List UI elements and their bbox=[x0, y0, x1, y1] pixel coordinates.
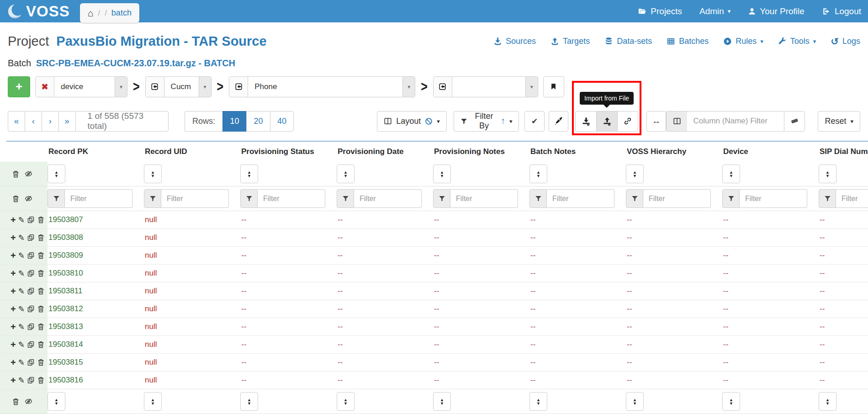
add-filter-button[interactable]: + bbox=[8, 76, 30, 97]
filter-funnel-button[interactable] bbox=[819, 189, 836, 208]
delete-icon[interactable] bbox=[37, 323, 45, 331]
eye-slash-icon[interactable] bbox=[24, 170, 33, 178]
edit-pencil-icon[interactable]: ✎ bbox=[18, 234, 25, 242]
add-row-icon[interactable]: + bbox=[11, 269, 16, 278]
eye-slash-icon[interactable] bbox=[24, 398, 33, 405]
edit-pencil-icon[interactable]: ✎ bbox=[18, 341, 25, 349]
prev-page-button[interactable]: ‹ bbox=[25, 111, 42, 132]
nav-admin[interactable]: Admin ▾ bbox=[699, 6, 730, 16]
sort-column-button[interactable]: ▲▼ bbox=[722, 392, 740, 411]
copy-icon[interactable] bbox=[27, 287, 35, 295]
filter-funnel-button[interactable] bbox=[240, 189, 258, 208]
add-row-icon[interactable]: + bbox=[11, 340, 16, 349]
filter-funnel-button[interactable] bbox=[722, 189, 740, 208]
filter-funnel-button[interactable] bbox=[337, 189, 354, 208]
tab-targets[interactable]: Targets bbox=[550, 37, 590, 46]
clear-filter-button[interactable] bbox=[784, 111, 805, 132]
home-icon[interactable]: ⌂ bbox=[88, 8, 94, 18]
column-header[interactable]: Provisioning Date bbox=[337, 142, 433, 162]
edit-pencil-icon[interactable]: ✎ bbox=[18, 252, 25, 260]
add-row-icon[interactable]: + bbox=[11, 287, 16, 296]
column-header[interactable]: Provisioning Notes bbox=[433, 142, 529, 162]
copy-icon[interactable] bbox=[27, 323, 35, 331]
reset-dropdown-button[interactable]: Reset ▾ bbox=[818, 111, 860, 132]
filter-funnel-button[interactable] bbox=[144, 189, 161, 208]
column-header[interactable]: VOSS Hierarchy bbox=[626, 142, 722, 162]
first-page-button[interactable]: « bbox=[8, 111, 25, 132]
last-page-button[interactable]: » bbox=[58, 111, 75, 132]
column-filter-input[interactable] bbox=[450, 189, 518, 208]
copy-icon[interactable] bbox=[27, 216, 35, 224]
layout-dropdown-button[interactable]: Layout ▾ bbox=[377, 111, 447, 132]
add-row-icon[interactable]: + bbox=[11, 215, 16, 224]
sort-column-button[interactable]: ▲▼ bbox=[722, 165, 740, 183]
column-filter-input[interactable] bbox=[354, 189, 422, 208]
sort-column-button[interactable]: ▲▼ bbox=[433, 392, 451, 411]
record-pk-cell[interactable]: 19503811 bbox=[48, 282, 144, 300]
copy-icon[interactable] bbox=[27, 340, 35, 349]
record-pk-cell[interactable]: 19503812 bbox=[48, 300, 144, 318]
expand-columns-button[interactable]: ↔ bbox=[646, 111, 666, 132]
copy-icon[interactable] bbox=[27, 376, 35, 384]
column-header[interactable]: Record PK bbox=[48, 142, 144, 162]
delete-icon[interactable] bbox=[12, 195, 20, 203]
delete-icon[interactable] bbox=[37, 269, 45, 277]
edit-pencil-icon[interactable]: ✎ bbox=[18, 323, 25, 331]
column-name-filter-input[interactable] bbox=[687, 111, 784, 132]
copy-icon[interactable] bbox=[27, 358, 35, 366]
tab-batches[interactable]: Batches bbox=[667, 37, 709, 46]
delete-icon[interactable] bbox=[12, 398, 20, 406]
copy-icon[interactable] bbox=[27, 251, 35, 260]
filter-by-dropdown-button[interactable]: Filter By ↑ ▾ bbox=[454, 111, 519, 132]
sort-column-button[interactable]: ▲▼ bbox=[48, 392, 65, 411]
nav-your-profile[interactable]: Your Profile bbox=[748, 6, 804, 16]
import-arrow-icon[interactable] bbox=[146, 77, 164, 97]
add-row-icon[interactable]: + bbox=[11, 322, 16, 331]
record-pk-cell[interactable]: 19503807 bbox=[48, 211, 144, 229]
record-pk-cell[interactable]: 19503816 bbox=[48, 372, 144, 389]
apply-check-button[interactable]: ✔ bbox=[524, 111, 544, 132]
tab-logs[interactable]: ↺ Logs bbox=[831, 37, 860, 46]
edit-pencil-icon[interactable]: ✎ bbox=[18, 287, 25, 295]
sort-column-button[interactable]: ▲▼ bbox=[144, 165, 162, 183]
next-page-button[interactable]: › bbox=[42, 111, 58, 132]
cucm-select[interactable]: Cucm ▾ bbox=[164, 77, 211, 97]
voss-logo[interactable]: VOSS bbox=[7, 0, 70, 22]
delete-icon[interactable] bbox=[37, 358, 45, 366]
sort-column-button[interactable]: ▲▼ bbox=[819, 165, 836, 183]
import-arrow-icon[interactable] bbox=[434, 77, 452, 97]
delete-icon[interactable] bbox=[12, 170, 20, 178]
nav-projects[interactable]: Projects bbox=[637, 6, 682, 16]
column-filter-input[interactable] bbox=[547, 189, 614, 208]
record-pk-cell[interactable]: 19503815 bbox=[48, 354, 144, 372]
device-select[interactable]: device ▾ bbox=[54, 77, 127, 97]
delete-icon[interactable] bbox=[37, 287, 45, 295]
tab-tools[interactable]: Tools ▾ bbox=[778, 37, 816, 46]
record-pk-cell[interactable]: 19503809 bbox=[48, 247, 144, 265]
copy-icon[interactable] bbox=[27, 234, 35, 242]
column-filter-input[interactable] bbox=[65, 189, 132, 208]
link-button[interactable] bbox=[617, 111, 638, 132]
rocket-button[interactable] bbox=[549, 111, 568, 132]
edit-pencil-icon[interactable]: ✎ bbox=[18, 270, 25, 277]
bookmark-button[interactable] bbox=[543, 76, 564, 97]
delete-icon[interactable] bbox=[37, 305, 45, 313]
filter-funnel-button[interactable] bbox=[433, 189, 450, 208]
batch-name-link[interactable]: SRC-PB-EMEA-CUCM-23.07.19.tar.gz - BATCH bbox=[36, 58, 235, 68]
import-from-file-button[interactable] bbox=[596, 111, 617, 132]
sort-column-button[interactable]: ▲▼ bbox=[144, 392, 162, 411]
sort-column-button[interactable]: ▲▼ bbox=[529, 392, 547, 411]
sort-column-button[interactable]: ▲▼ bbox=[240, 165, 258, 183]
edit-pencil-icon[interactable]: ✎ bbox=[18, 359, 25, 366]
copy-icon[interactable] bbox=[27, 269, 35, 277]
add-row-icon[interactable]: + bbox=[11, 233, 16, 242]
rows-20-button[interactable]: 20 bbox=[246, 111, 270, 132]
column-filter-input[interactable] bbox=[836, 189, 868, 208]
filter-funnel-button[interactable] bbox=[529, 189, 547, 208]
column-header[interactable]: Batch Notes bbox=[529, 142, 626, 162]
column-header[interactable]: SIP Dial Number bbox=[819, 142, 868, 162]
delete-icon[interactable] bbox=[37, 234, 45, 242]
add-row-icon[interactable]: + bbox=[11, 358, 16, 367]
tab-datasets[interactable]: Data-sets bbox=[604, 37, 652, 46]
column-filter-input[interactable] bbox=[643, 189, 711, 208]
